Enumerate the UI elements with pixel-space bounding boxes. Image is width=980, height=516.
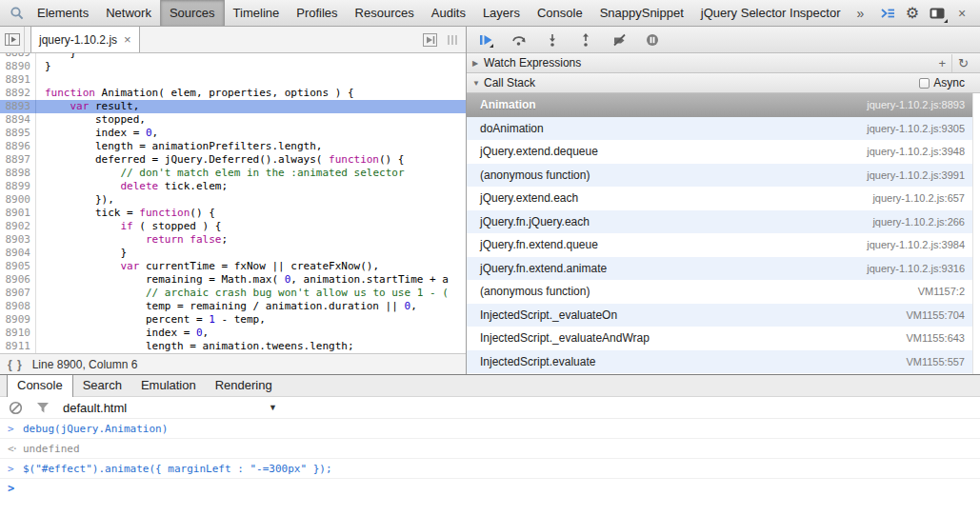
line-number[interactable]: 8891 [0,73,36,87]
panel-tab-console[interactable]: Console [529,0,591,26]
drawer-tab-emulation[interactable]: Emulation [131,375,206,396]
call-stack-header[interactable]: ▼ Call Stack Async [467,73,980,93]
frame-source-location[interactable]: VM1157:2 [918,286,967,297]
file-tab-jquery[interactable]: jquery-1.10.2.js × [30,27,140,52]
step-out-button[interactable] [576,30,595,50]
frame-source-location[interactable]: jquery-1.10.2.js:9316 [867,263,967,274]
frame-source-location[interactable]: jquery-1.10.2.js:9305 [867,123,967,134]
call-stack-frame[interactable]: Animationjquery-1.10.2.js:8893 [467,93,980,117]
call-stack-frame[interactable]: jQuery.fn.extend.queuejquery-1.10.2.js:3… [467,233,980,257]
panel-tab-sources[interactable]: Sources [160,0,225,26]
line-number[interactable]: 8911 [0,340,36,353]
drawer-tab-console[interactable]: Console [7,375,73,397]
async-checkbox[interactable] [919,78,930,89]
panel-tab-audits[interactable]: Audits [423,0,474,26]
pretty-print-button[interactable]: { } [8,358,23,371]
code-text: deferred = jQuery.Deferred().always( fun… [36,153,405,167]
line-number[interactable]: 8896 [0,140,36,153]
code-text: // archaic crash bug won't allow us to u… [36,287,449,300]
line-number[interactable]: 8889 [0,53,36,60]
async-toggle[interactable]: Async [919,76,974,89]
frame-source-location[interactable]: jquery-1.10.2.js:3984 [867,239,967,250]
call-stack-frame[interactable]: doAnimationjquery-1.10.2.js:9305 [467,117,980,141]
panel-tab-resources[interactable]: Resources [347,0,423,26]
show-navigator-button[interactable] [0,27,25,52]
code-editor[interactable]: 8889 }8890}88918892function Animation( e… [0,53,466,353]
call-stack-frame[interactable]: InjectedScript.evaluateVM1155:557 [467,350,980,374]
frame-function-name: jQuery.fn.extend.queue [480,238,598,251]
call-stack-frame[interactable]: (anonymous function)jquery-1.10.2.js:399… [467,164,980,188]
line-number[interactable]: 8903 [0,233,36,247]
frame-function-name: jQuery.fn.jQuery.each [480,215,590,228]
inspect-element-button[interactable] [6,2,29,25]
panel-tab-snappysnippet[interactable]: SnappySnippet [591,0,692,26]
line-number[interactable]: 8909 [0,313,36,327]
line-number[interactable]: 8898 [0,167,36,180]
call-stack-frame[interactable]: jQuery.extend.dequeuejquery-1.10.2.js:39… [467,140,980,164]
line-number[interactable]: 8894 [0,113,36,127]
panel-tab-timeline[interactable]: Timeline [225,0,289,26]
dock-side-button[interactable] [925,2,950,25]
watch-expressions-header[interactable]: ▶ Watch Expressions + ↻ [467,53,980,73]
step-over-button[interactable] [510,30,529,50]
call-stack-frame[interactable]: jQuery.fn.jQuery.eachjquery-1.10.2.js:26… [467,210,980,234]
line-number[interactable]: 8906 [0,273,36,287]
pause-on-exceptions-button[interactable] [643,30,662,50]
code-line: 8889 } [0,53,466,60]
code-text: percent = 1 - temp, [36,313,266,327]
line-number[interactable]: 8895 [0,127,36,140]
frame-source-location[interactable]: jquery-1.10.2.js:266 [872,216,967,228]
call-stack-frame[interactable]: (anonymous function)VM1157:2 [467,280,980,304]
frame-source-location[interactable]: jquery-1.10.2.js:657 [872,192,967,204]
panel-tab-profiles[interactable]: Profiles [288,0,346,26]
line-number[interactable]: 8910 [0,327,36,340]
execution-context-selector[interactable]: default.html ▼ [63,401,277,415]
line-number[interactable]: 8901 [0,207,36,220]
close-devtools-button[interactable]: × [950,2,974,25]
settings-button[interactable]: ⚙ [900,2,925,25]
add-watch-button[interactable]: + [933,54,952,72]
frame-function-name: Animation [480,98,536,111]
line-number[interactable]: 8892 [0,87,36,100]
console-entry-prompt[interactable]: > [0,479,980,486]
drawer-tab-rendering[interactable]: Rendering [206,375,282,396]
console-output[interactable]: >debug(jQuery.Animation)<·undefined>$("#… [0,419,980,486]
panel-layout-icon[interactable] [447,34,458,46]
panel-tab-jquery-selector-inspector[interactable]: jQuery Selector Inspector [692,0,850,26]
tab-overflow-chevron[interactable]: » [850,6,872,21]
clear-console-button[interactable] [9,401,23,415]
line-number[interactable]: 8902 [0,220,36,233]
frame-source-location[interactable]: VM1155:643 [906,332,967,344]
panel-tab-network[interactable]: Network [97,0,160,26]
frame-source-location[interactable]: VM1155:704 [906,309,967,321]
call-stack-frame[interactable]: jQuery.extend.eachjquery-1.10.2.js:657 [467,187,980,210]
call-stack-frame[interactable]: InjectedScript._evaluateAndWrapVM1155:64… [467,327,980,350]
frame-source-location[interactable]: jquery-1.10.2.js:3948 [867,146,967,157]
line-number[interactable]: 8897 [0,153,36,167]
code-text: remaining = Math.max( 0, animation.start… [36,273,449,287]
call-stack-frame[interactable]: jQuery.fn.extend.animatejquery-1.10.2.js… [467,257,980,281]
line-number[interactable]: 8907 [0,287,36,300]
frame-source-location[interactable]: jquery-1.10.2.js:3991 [867,169,967,181]
line-number[interactable]: 8893 [0,100,36,113]
line-number[interactable]: 8899 [0,180,36,193]
frame-source-location[interactable]: jquery-1.10.2.js:8893 [867,99,967,110]
call-stack-frame[interactable]: InjectedScript._evaluateOnVM1155:704 [467,304,980,327]
line-number[interactable]: 8905 [0,260,36,273]
toggle-drawer-button[interactable] [875,2,900,25]
panel-tab-layers[interactable]: Layers [474,0,529,26]
deactivate-breakpoints-button[interactable] [610,30,629,50]
filter-button[interactable] [36,402,50,414]
line-number[interactable]: 8890 [0,60,36,73]
drawer-tab-search[interactable]: Search [73,375,131,396]
frame-source-location[interactable]: VM1155:557 [906,356,967,367]
run-snippet-button[interactable] [423,33,439,47]
line-number[interactable]: 8908 [0,300,36,313]
line-number[interactable]: 8904 [0,247,36,260]
step-into-button[interactable] [543,30,562,50]
refresh-watch-button[interactable]: ↻ [951,54,974,72]
resume-button[interactable] [476,30,495,50]
tab-close-icon[interactable]: × [124,33,131,46]
panel-tab-elements[interactable]: Elements [29,0,97,26]
line-number[interactable]: 8900 [0,193,36,207]
